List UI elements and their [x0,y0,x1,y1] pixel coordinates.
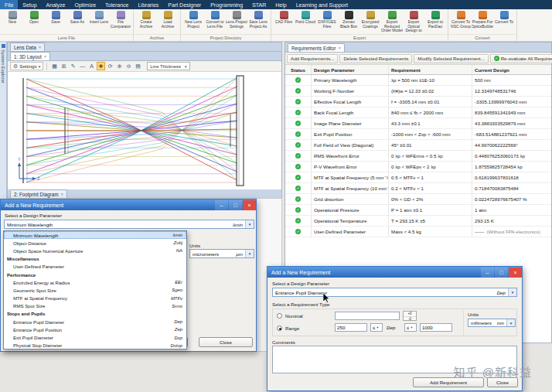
save-as-button[interactable]: Save As [66,10,88,34]
nominal-value-input[interactable] [335,312,400,320]
insert-lens-button[interactable]: Insert Lens [88,10,110,34]
pan-icon[interactable]: ✚ [97,62,105,70]
save-lens-project-as-button[interactable]: Save Lens Project As [247,10,269,34]
menu-optimize[interactable]: Optimize [70,0,101,9]
dropdown-item-minimum-wavelength[interactable]: Minimum Wavelengthλmin [4,231,186,239]
nominal-radio[interactable] [277,313,282,319]
zoom-window-icon[interactable]: ⊞ [60,62,68,70]
load-archive-button[interactable]: Load Archive [157,10,179,34]
pen-icon[interactable]: ✎ [69,62,77,70]
requirement-row[interactable]: ✓P-V Wavefront Error0 λp < WFEpv < 2 λp1… [285,162,551,172]
dropdown-item-object-distance[interactable]: Object DistanceZobj [4,239,186,247]
settings-button[interactable]: ⚙ Settings ▾ [10,62,43,70]
menu-star[interactable]: STAR [247,0,271,9]
close-button[interactable]: × [509,268,522,278]
line-thickness-select[interactable]: Line Thickness ▾ [147,62,189,70]
requirement-row[interactable]: ✓Working F-Number(f/#)w = 12.33 ±0.0212.… [285,86,551,97]
save-button[interactable]: Save [45,10,66,34]
export-reduced-order-model-to-specs-button[interactable]: Export Reduced Order Model to Specs [381,10,403,34]
close-button[interactable]: × [243,200,256,210]
close-icon[interactable]: × [338,46,341,50]
close-dialog-button[interactable]: Close [199,337,253,347]
units-select[interactable]: millimeters mm ▾ [468,319,516,327]
tab-footprint-diagram[interactable]: 2: Footprint Diagram × [10,189,67,198]
dialog-title-bar[interactable]: Add a New Requirement – □ × [1,199,256,210]
maximize-button[interactable]: □ [229,200,242,210]
requirement-row[interactable]: ✓Full Field of View (Diagonal)45° ±0.014… [285,140,551,151]
requirement-row[interactable]: ✓Exit Pupil Position-1000 mm < Zxp < -60… [285,129,551,140]
menu-help[interactable]: Help [271,0,291,9]
open-button[interactable]: Open [23,10,45,34]
dxf-iges-files-button[interactable]: DXF/IGES Files [316,10,338,34]
text-icon[interactable]: A [87,62,96,70]
close-icon[interactable]: × [39,45,42,49]
tab-lens-data[interactable]: Lens Data × [10,43,45,51]
design-parameter-select[interactable]: Minimum Wavelength λmin ▾ [4,220,254,229]
dropdown-item-rms-spot-size[interactable]: RMS Spot SizeSrms [4,302,186,310]
requirement-row[interactable]: ✓MTF at Spatial Frequency (5 mm⁻¹)0.5 < … [285,172,551,183]
menu-libraries[interactable]: Libraries [133,0,163,9]
convert-to-button[interactable]: Convert To [493,10,515,34]
chevron-down-icon[interactable]: ▾ [508,288,516,296]
dropdown-group-stops-and-pupils[interactable]: Stops and Pupils [4,310,186,318]
menu-learning-and-support[interactable]: Learning and Support [291,0,353,9]
dropdown-group-miscellaneous[interactable]: Miscellaneous [4,255,186,263]
export-optical-design-to-specs-button[interactable]: Export Optical Design to Specs [403,10,424,34]
convert-to-nsc-group-button[interactable]: Convert To NSC Group [450,10,472,34]
nominal-tolerance-spinner[interactable]: +0 -0 [403,311,417,321]
requirement-row[interactable]: ✓Operational PressureP = 1 atm ±0.11 atm [285,205,551,216]
cad-files-button[interactable]: CAD Files [273,10,295,34]
lens-project-settings-button[interactable]: Lens Project Settings [226,10,247,34]
menu-part-designer[interactable]: Part Designer [163,0,206,9]
range-op2-select[interactable]: ≤ ▾ [404,323,417,332]
requirement-row[interactable]: ✓Image Plane Diameter43.3 mm ±0.143.3883… [285,118,551,129]
export-to-pandao-button[interactable]: Export to PanDao [424,10,446,34]
requirement-row[interactable]: ✓MTF at Spatial Frequency (10 mm⁻¹)0.2 <… [285,183,551,194]
chevron-down-icon[interactable]: ▾ [506,319,515,326]
zemax-black-box-button[interactable]: Zemax Black Box [338,10,359,34]
requirement-row[interactable]: ✓Operational TemperatureT = 293.15 K ±52… [285,216,551,227]
column-header-status[interactable]: Status [285,65,312,74]
menu-analyze[interactable]: Analyze [42,0,70,9]
requirement-row[interactable]: ✓Effective Focal Lengthf = -3305.14 mm ±… [285,97,551,107]
modify-selected-requirement-button[interactable]: Modify Selected Requirement... [414,54,488,63]
tab-requirements-editor[interactable]: Requirements Editor × [288,43,345,52]
dropdown-item-entrance-pupil-position[interactable]: Entrance Pupil PositionZep [4,326,186,333]
dropdown-item-mtf-at-spatial-frequency[interactable]: MTF at Spatial FrequencyMTFν [4,295,186,302]
close-icon[interactable]: × [60,192,63,196]
column-header-requirement[interactable]: Requirement [389,65,472,74]
minimize-button[interactable]: – [215,200,228,210]
requirement-row[interactable]: ✓User-Defined ParameterMass < 4.5 kg----… [285,227,551,237]
range-op1-select[interactable]: ≤ ▾ [370,323,383,332]
rotate-icon[interactable]: ⟳ [106,62,114,70]
menu-programming[interactable]: Programming [206,0,247,9]
create-archive-button[interactable]: Create Archive [135,10,157,34]
column-header-design-parameter[interactable]: Design Parameter [312,65,389,74]
dropdown-item-encircled-energy-at-radius[interactable]: Encircled Energy at RadiusEEr [4,278,186,286]
chevron-down-icon[interactable]: ▾ [245,220,254,228]
zoom-out-icon[interactable]: ⊖ [124,62,133,70]
column-header-current-design[interactable]: Current Design [472,65,551,74]
dropdown-item-geometric-spot-size[interactable]: Geometric Spot SizeSgeo [4,286,186,294]
range-radio[interactable] [277,326,282,331]
new-lens-project-button[interactable]: New Lens Project [182,10,204,34]
chevron-down-icon[interactable]: ▾ [245,250,254,257]
dropdown-group-performance[interactable]: Performance [4,271,186,278]
close-icon[interactable]: × [44,54,47,59]
encrypted-coatings-button[interactable]: Encrypted Coatings [359,10,381,34]
add-requirements-button[interactable]: Add Requirements... [287,54,338,63]
point-cloud-button[interactable]: Point Cloud [295,10,316,34]
range-min-input[interactable] [335,323,367,332]
requirement-row[interactable]: ✓RMS Wavefront Error0 λp < WFErms < 0.5 … [285,151,551,162]
zoom-in-icon[interactable]: ⊕ [115,62,124,70]
line-icon[interactable]: — [78,62,87,70]
file-comparator-button[interactable]: File Comparator [110,10,131,34]
re-evaluate-all-requirements-button[interactable]: ✓Re-evaluate All Requirements [490,54,552,63]
requirement-row[interactable]: ✓Primary Wavelengthλp = 500 nm ±1E-10500… [285,75,551,86]
delete-selected-requirements-button[interactable]: Delete Selected Requirements [339,54,412,63]
dropdown-item-entrance-pupil-diameter[interactable]: Entrance Pupil DiameterDep [4,318,186,326]
dropdown-item-user-defined-parameter[interactable]: User-Defined Parameter [4,263,186,271]
maximize-button[interactable]: □ [495,268,508,278]
menu-setup[interactable]: Setup [18,0,41,9]
units-select[interactable]: micrometers μm ▾ [189,249,254,258]
